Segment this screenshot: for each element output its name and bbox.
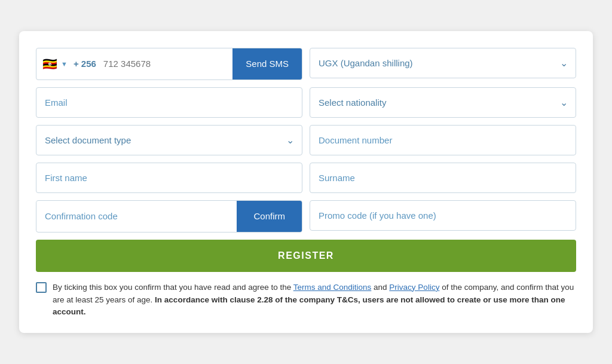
uganda-flag-icon: 🇺🇬 — [42, 58, 57, 70]
document-number-col — [310, 125, 576, 155]
terms-and: and — [371, 283, 389, 292]
surname-input[interactable] — [310, 163, 576, 193]
currency-col: UGX (Ugandan shilling) ⌄ — [310, 48, 576, 80]
first-name-input[interactable] — [36, 163, 302, 193]
row-phone-currency: 🇺🇬 ▼ + 256 Send SMS UGX (Ugandan shillin… — [36, 48, 576, 80]
document-type-col: Select document type ⌄ — [36, 125, 302, 155]
registration-form: 🇺🇬 ▼ + 256 Send SMS UGX (Ugandan shillin… — [19, 31, 593, 334]
terms-and-conditions-link[interactable]: Terms and Conditions — [293, 283, 372, 292]
confirmation-input-group: Confirm — [36, 200, 302, 233]
send-sms-button[interactable]: Send SMS — [232, 48, 302, 79]
first-name-col — [36, 163, 302, 193]
phone-prefix: + 256 — [74, 59, 99, 69]
confirm-button[interactable]: Confirm — [237, 201, 302, 232]
phone-col: 🇺🇬 ▼ + 256 Send SMS — [36, 48, 302, 80]
phone-input-group: 🇺🇬 ▼ + 256 Send SMS — [36, 48, 302, 80]
nationality-select-wrapper: Select nationality ⌄ — [310, 87, 576, 118]
country-selector[interactable]: 🇺🇬 ▼ — [36, 58, 74, 70]
document-number-input[interactable] — [310, 125, 576, 155]
terms-text-before: By ticking this box you confirm that you… — [53, 283, 293, 292]
row-name — [36, 163, 576, 193]
row-codes: Confirm — [36, 200, 576, 233]
document-type-select[interactable]: Select document type — [36, 125, 302, 155]
nationality-select[interactable]: Select nationality — [310, 87, 576, 118]
confirmation-code-col: Confirm — [36, 200, 302, 233]
terms-row: By ticking this box you confirm that you… — [36, 282, 576, 319]
email-input[interactable] — [36, 87, 302, 118]
country-chevron-icon: ▼ — [61, 60, 68, 68]
currency-select-wrapper: UGX (Ugandan shilling) ⌄ — [310, 48, 576, 78]
currency-select[interactable]: UGX (Ugandan shilling) — [310, 48, 576, 78]
document-type-select-wrapper: Select document type ⌄ — [36, 125, 302, 155]
promo-code-col — [310, 200, 576, 233]
surname-col — [310, 163, 576, 193]
terms-text: By ticking this box you confirm that you… — [53, 282, 576, 319]
privacy-policy-link[interactable]: Privacy Policy — [389, 283, 439, 292]
phone-number-input[interactable] — [99, 49, 232, 78]
email-col — [36, 87, 302, 118]
promo-code-input[interactable] — [310, 200, 576, 231]
confirmation-code-input[interactable] — [36, 201, 237, 231]
row-document: Select document type ⌄ — [36, 125, 576, 155]
terms-checkbox[interactable] — [36, 282, 47, 293]
register-button[interactable]: REGISTER — [36, 240, 576, 272]
nationality-col: Select nationality ⌄ — [310, 87, 576, 118]
row-email-nationality: Select nationality ⌄ — [36, 87, 576, 118]
